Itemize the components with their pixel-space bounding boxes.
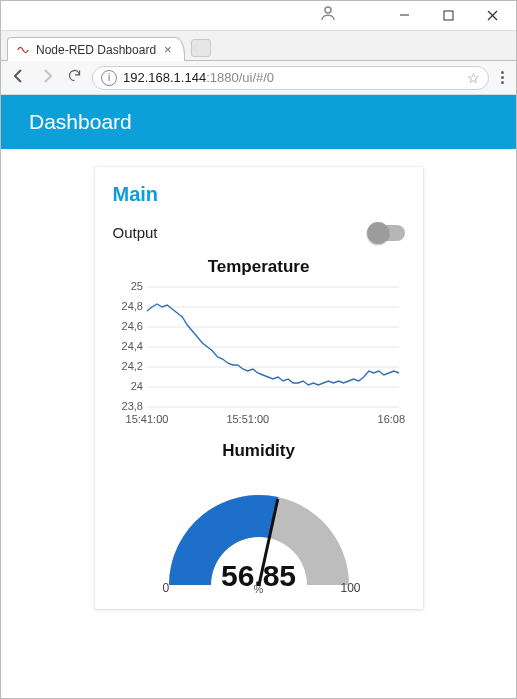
bookmark-icon[interactable]: ☆ [467,70,480,86]
app-bar: Dashboard [1,95,516,149]
main-card: Main Output Temperature 2524,824,624,424… [95,167,423,609]
browser-toolbar: i 192.168.1.144:1880/ui/#/0 ☆ [1,61,516,95]
browser-tabstrip: Node-RED Dashboard × [1,31,516,61]
new-tab-button[interactable] [191,39,211,57]
browser-tab[interactable]: Node-RED Dashboard × [7,37,185,61]
svg-text:23,8: 23,8 [121,400,142,412]
user-icon[interactable] [314,4,342,27]
site-info-icon[interactable]: i [101,70,117,86]
svg-text:25: 25 [130,281,142,292]
maximize-button[interactable] [426,1,470,31]
temperature-chart: 2524,824,624,424,22423,8 15:41:0015:51:0… [113,281,405,431]
minimize-button[interactable] [382,1,426,31]
forward-button[interactable] [37,66,57,90]
svg-text:15:41:00: 15:41:00 [125,413,168,425]
tab-title: Node-RED Dashboard [36,43,156,57]
address-bar[interactable]: i 192.168.1.144:1880/ui/#/0 ☆ [92,66,489,90]
close-button[interactable] [470,1,514,31]
url-host: 192.168.1.144 [123,70,206,85]
output-switch[interactable] [369,225,405,241]
nodered-icon [16,43,30,57]
humidity-title: Humidity [113,441,405,461]
app-title: Dashboard [29,110,132,134]
url-path: :1880/ui/#/0 [206,70,274,85]
output-row: Output [113,220,405,251]
window-titlebar [1,1,516,31]
svg-rect-2 [444,11,453,20]
svg-text:24,8: 24,8 [121,300,142,312]
tab-close-icon[interactable]: × [162,42,174,57]
gauge-unit: % [254,583,264,595]
gauge-max: 100 [340,581,360,595]
browser-menu-button[interactable] [497,69,508,86]
gauge-min: 0 [163,581,170,595]
svg-text:24,6: 24,6 [121,320,142,332]
svg-text:24,4: 24,4 [121,340,142,352]
output-label: Output [113,224,158,241]
reload-button[interactable] [65,66,84,89]
svg-point-0 [325,7,331,13]
humidity-gauge-wrap: 56.85 0 100 % [113,465,405,593]
svg-text:24,2: 24,2 [121,360,142,372]
svg-text:15:51:00: 15:51:00 [226,413,269,425]
page-body: Dashboard Main Output Temperature 2524,8… [1,95,516,699]
switch-knob [367,222,389,244]
card-title: Main [113,183,405,206]
svg-text:24: 24 [130,380,142,392]
back-button[interactable] [9,66,29,90]
temperature-title: Temperature [113,257,405,277]
svg-text:16:08:00: 16:08:00 [377,413,404,425]
